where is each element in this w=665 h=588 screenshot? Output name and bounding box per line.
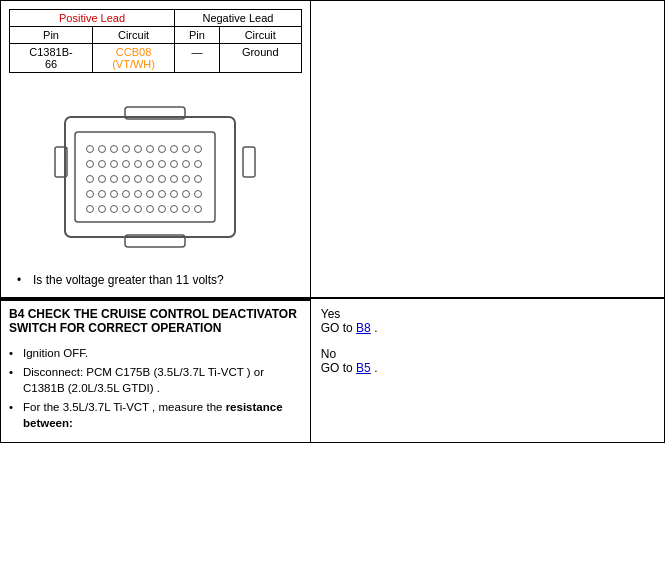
svg-point-49: [171, 206, 178, 213]
svg-point-51: [195, 206, 202, 213]
svg-point-23: [99, 176, 106, 183]
no-answer-block: No GO to B5 .: [321, 347, 654, 375]
row1-circuit2: Ground: [219, 44, 301, 73]
ignition-off-text: Ignition OFF.: [23, 347, 88, 359]
svg-point-16: [135, 161, 142, 168]
svg-point-41: [195, 191, 202, 198]
svg-point-44: [111, 206, 118, 213]
svg-point-21: [195, 161, 202, 168]
positive-lead-header: Positive Lead: [10, 10, 175, 27]
svg-point-8: [159, 146, 166, 153]
svg-point-27: [147, 176, 154, 183]
no-goto: GO to B5 .: [321, 361, 654, 375]
section-b4-content: Ignition OFF. Disconnect: PCM C175B (3.5…: [1, 341, 310, 442]
right-top-cell: [310, 1, 664, 299]
negative-lead-header: Negative Lead: [175, 10, 302, 27]
svg-point-6: [135, 146, 142, 153]
voltage-question-item: Is the voltage greater than 11 volts?: [17, 273, 294, 287]
resistance-bold: resistance between:: [23, 401, 283, 429]
svg-point-36: [135, 191, 142, 198]
svg-point-31: [195, 176, 202, 183]
svg-point-38: [159, 191, 166, 198]
svg-rect-53: [243, 147, 255, 177]
right-answers-area: Yes GO to B8 . No GO to B5 .: [311, 299, 664, 395]
svg-point-18: [159, 161, 166, 168]
voltage-question-list: Is the voltage greater than 11 volts?: [1, 265, 310, 297]
svg-point-46: [135, 206, 142, 213]
left-bottom-cell: B4 CHECK THE CRUISE CONTROL DEACTIVATOR …: [1, 298, 311, 443]
svg-point-14: [111, 161, 118, 168]
svg-point-48: [159, 206, 166, 213]
svg-point-20: [183, 161, 190, 168]
svg-point-15: [123, 161, 130, 168]
row1-pin2: —: [175, 44, 220, 73]
section-b4-list: Ignition OFF. Disconnect: PCM C175B (3.5…: [9, 345, 302, 431]
svg-point-47: [147, 206, 154, 213]
svg-rect-1: [75, 132, 215, 222]
svg-point-43: [99, 206, 106, 213]
svg-point-30: [183, 176, 190, 183]
yes-label: Yes: [321, 307, 654, 321]
svg-point-24: [111, 176, 118, 183]
connector-diagram-area: [1, 81, 310, 265]
svg-point-22: [87, 176, 94, 183]
right-bottom-cell: Yes GO to B8 . No GO to B5 .: [310, 298, 664, 443]
left-top-cell: Positive Lead Negative Lead Pin Circuit …: [1, 1, 311, 299]
circuit-col-header-1: Circuit: [93, 27, 175, 44]
b4-bullet-2: Disconnect: PCM C175B (3.5L/3.7L Ti-VCT …: [9, 364, 302, 396]
svg-point-32: [87, 191, 94, 198]
row1-pin1: C1381B-66: [10, 44, 93, 73]
svg-point-28: [159, 176, 166, 183]
svg-point-33: [99, 191, 106, 198]
svg-point-4: [111, 146, 118, 153]
svg-point-45: [123, 206, 130, 213]
svg-point-3: [99, 146, 106, 153]
row1-circuit1: CCB08(VT/WH): [93, 44, 175, 73]
section-b4-header: B4 CHECK THE CRUISE CONTROL DEACTIVATOR …: [1, 299, 310, 341]
svg-point-13: [99, 161, 106, 168]
b4-bullet-1: Ignition OFF.: [9, 345, 302, 361]
circuit-col-header-2: Circuit: [219, 27, 301, 44]
pin-col-header-2: Pin: [175, 27, 220, 44]
svg-point-42: [87, 206, 94, 213]
svg-rect-0: [65, 117, 235, 237]
svg-point-7: [147, 146, 154, 153]
svg-point-35: [123, 191, 130, 198]
svg-point-19: [171, 161, 178, 168]
yes-link[interactable]: B8: [356, 321, 371, 335]
yes-answer-block: Yes GO to B8 .: [321, 307, 654, 335]
no-label: No: [321, 347, 654, 361]
svg-point-34: [111, 191, 118, 198]
no-link[interactable]: B5: [356, 361, 371, 375]
connector-svg: [45, 97, 265, 257]
svg-point-5: [123, 146, 130, 153]
connector-pin-table: Positive Lead Negative Lead Pin Circuit …: [9, 9, 302, 73]
svg-point-40: [183, 191, 190, 198]
pin-col-header-1: Pin: [10, 27, 93, 44]
b4-bullet-3: For the 3.5L/3.7L Ti-VCT , measure the r…: [9, 399, 302, 431]
svg-point-11: [195, 146, 202, 153]
svg-point-9: [171, 146, 178, 153]
svg-point-17: [147, 161, 154, 168]
svg-point-26: [135, 176, 142, 183]
svg-point-10: [183, 146, 190, 153]
svg-point-29: [171, 176, 178, 183]
svg-point-50: [183, 206, 190, 213]
svg-point-37: [147, 191, 154, 198]
svg-point-25: [123, 176, 130, 183]
svg-point-2: [87, 146, 94, 153]
svg-point-39: [171, 191, 178, 198]
svg-point-12: [87, 161, 94, 168]
yes-goto: GO to B8 .: [321, 321, 654, 335]
